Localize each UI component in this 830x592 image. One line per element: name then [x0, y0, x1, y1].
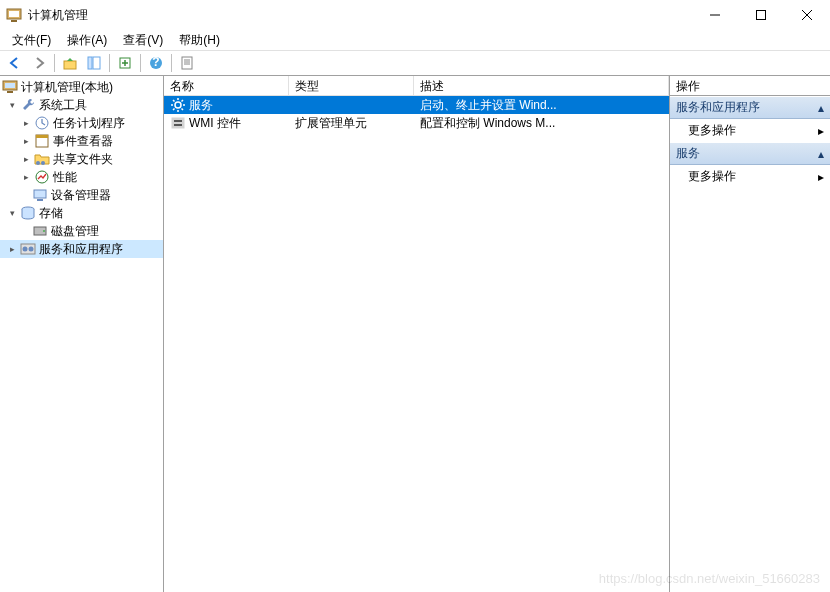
menu-file[interactable]: 文件(F) [4, 30, 59, 51]
cell-description: 配置和控制 Windows M... [414, 115, 669, 132]
menu-help[interactable]: 帮助(H) [171, 30, 228, 51]
column-header-description[interactable]: 描述 [414, 76, 669, 95]
properties-icon [180, 56, 194, 70]
column-header-type[interactable]: 类型 [289, 76, 414, 95]
actions-more-link[interactable]: 更多操作 ▸ [670, 119, 830, 142]
svg-point-24 [41, 161, 45, 165]
arrow-right-icon [32, 56, 46, 70]
svg-rect-1 [9, 11, 19, 17]
expand-icon[interactable]: ▸ [20, 153, 32, 165]
tree-label: 磁盘管理 [51, 223, 99, 240]
tree-node-root[interactable]: 计算机管理(本地) [0, 78, 163, 96]
tree-node-services-apps[interactable]: ▸ 服务和应用程序 [0, 240, 163, 258]
collapse-icon: ▴ [818, 147, 824, 161]
toolbar: ? [0, 50, 830, 76]
storage-icon [20, 205, 36, 221]
svg-rect-4 [757, 11, 766, 20]
svg-rect-35 [172, 118, 184, 128]
svg-point-23 [36, 161, 40, 165]
tree-node-device-manager[interactable]: 设备管理器 [0, 186, 163, 204]
svg-rect-26 [34, 190, 46, 198]
tree-label: 事件查看器 [53, 133, 113, 150]
svg-rect-37 [174, 124, 182, 126]
work-area: 计算机管理(本地) ▾ 系统工具 ▸ 任务计划程序 [0, 76, 830, 592]
tree-node-system-tools[interactable]: ▾ 系统工具 [0, 96, 163, 114]
disk-icon [32, 223, 48, 239]
app-icon [6, 7, 22, 23]
actions-section-label: 服务和应用程序 [676, 99, 760, 116]
collapse-icon[interactable]: ▾ [6, 99, 18, 111]
column-header-name[interactable]: 名称 [164, 76, 289, 95]
expand-icon[interactable]: ▸ [6, 243, 18, 255]
toolbar-separator [140, 54, 141, 72]
tree-node-task-scheduler[interactable]: ▸ 任务计划程序 [0, 114, 163, 132]
tree-node-storage[interactable]: ▾ 存储 [0, 204, 163, 222]
tree-label: 任务计划程序 [53, 115, 125, 132]
svg-point-32 [23, 247, 28, 252]
tree-label: 共享文件夹 [53, 151, 113, 168]
expand-icon[interactable]: ▸ [20, 117, 32, 129]
tree-icon [87, 56, 101, 70]
collapse-icon: ▴ [818, 101, 824, 115]
export-list-button[interactable] [114, 52, 136, 74]
tree-node-shared-folders[interactable]: ▸ 共享文件夹 [0, 150, 163, 168]
cell-name: 服务 [164, 97, 289, 114]
svg-point-34 [175, 102, 181, 108]
svg-rect-22 [36, 135, 48, 138]
maximize-button[interactable] [738, 0, 784, 30]
cell-description: 启动、终止并设置 Wind... [414, 97, 669, 114]
tree-node-event-viewer[interactable]: ▸ 事件查看器 [0, 132, 163, 150]
expand-icon[interactable]: ▸ [20, 171, 32, 183]
close-button[interactable] [784, 0, 830, 30]
collapse-icon[interactable]: ▾ [6, 207, 18, 219]
wmi-icon [170, 115, 186, 131]
svg-rect-8 [88, 57, 92, 69]
actions-header: 操作 [670, 76, 830, 96]
cell-type: 扩展管理单元 [289, 115, 414, 132]
list-row[interactable]: WMI 控件扩展管理单元配置和控制 Windows M... [164, 114, 669, 132]
tree-label: 系统工具 [39, 97, 87, 114]
svg-rect-19 [7, 91, 13, 93]
wrench-icon [20, 97, 36, 113]
svg-rect-18 [5, 83, 15, 88]
cell-name: WMI 控件 [164, 115, 289, 132]
up-button[interactable] [59, 52, 81, 74]
chevron-right-icon: ▸ [818, 124, 824, 138]
list-header: 名称 类型 描述 [164, 76, 669, 96]
tree-node-performance[interactable]: ▸ 性能 [0, 168, 163, 186]
svg-rect-2 [11, 20, 17, 22]
menu-view[interactable]: 查看(V) [115, 30, 171, 51]
svg-rect-7 [64, 61, 76, 69]
actions-link-label: 更多操作 [688, 122, 736, 139]
computer-icon [2, 79, 18, 95]
properties-button[interactable] [176, 52, 198, 74]
arrow-left-icon [8, 56, 22, 70]
tree-pane[interactable]: 计算机管理(本地) ▾ 系统工具 ▸ 任务计划程序 [0, 76, 164, 592]
tree-label: 存储 [39, 205, 63, 222]
help-button[interactable]: ? [145, 52, 167, 74]
toolbar-separator [171, 54, 172, 72]
tree-node-disk-management[interactable]: 磁盘管理 [0, 222, 163, 240]
menu-action[interactable]: 操作(A) [59, 30, 115, 51]
device-icon [32, 187, 48, 203]
svg-text:?: ? [152, 56, 159, 69]
actions-section-title[interactable]: 服务和应用程序 ▴ [670, 96, 830, 119]
svg-point-30 [43, 230, 45, 232]
show-hide-tree-button[interactable] [83, 52, 105, 74]
actions-section-title[interactable]: 服务 ▴ [670, 142, 830, 165]
toolbar-separator [109, 54, 110, 72]
export-icon [118, 56, 132, 70]
expand-icon[interactable]: ▸ [20, 135, 32, 147]
performance-icon [34, 169, 50, 185]
row-name-label: 服务 [189, 98, 213, 112]
svg-point-33 [29, 247, 34, 252]
back-button[interactable] [4, 52, 26, 74]
minimize-button[interactable] [692, 0, 738, 30]
list-body[interactable]: 服务启动、终止并设置 Wind...WMI 控件扩展管理单元配置和控制 Wind… [164, 96, 669, 592]
list-row[interactable]: 服务启动、终止并设置 Wind... [164, 96, 669, 114]
actions-more-link[interactable]: 更多操作 ▸ [670, 165, 830, 188]
forward-button[interactable] [28, 52, 50, 74]
tree-label: 计算机管理(本地) [21, 79, 113, 96]
folder-up-icon [63, 56, 77, 70]
toolbar-separator [54, 54, 55, 72]
